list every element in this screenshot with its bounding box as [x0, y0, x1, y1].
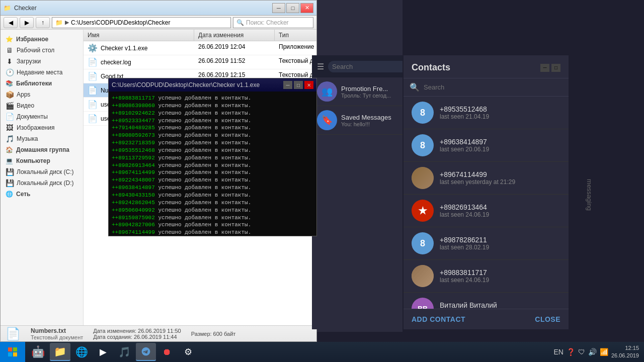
- contact-item[interactable]: BB Виталий Виталий last seen 11.01.19: [404, 293, 569, 309]
- sidebar-label-d: Локальный диск (D:): [17, 179, 74, 187]
- contact-info: +89674114499 last seen yesterday at 21:2…: [440, 170, 560, 186]
- forward-button[interactable]: ▶: [20, 17, 34, 28]
- systray-lang[interactable]: EN: [553, 348, 563, 356]
- sidebar-label-c: Локальный диск (C:): [17, 168, 74, 175]
- taskbar: 🤖 📁 🌐 ▶ 🎵 ⏺ ⚙ EN ❓ 🛡 🔊 📶 12:15 26.06.201…: [0, 342, 644, 362]
- sidebar-item-apps[interactable]: 📦 Apps: [1, 89, 83, 100]
- log-icon: 📄: [88, 57, 98, 67]
- contact-phone: +89878286211: [440, 236, 560, 244]
- contact-item[interactable]: 8 +89878286211 last seen 28.02.19: [404, 227, 569, 260]
- favorites-header[interactable]: ⭐ Избранное: [1, 34, 83, 45]
- table-row[interactable]: ⚙️ Checker v1.1.exe 26.06.2019 12:04 При…: [84, 41, 316, 55]
- contact-item[interactable]: 8 +89535512468 last seen 21.04.19: [404, 97, 569, 129]
- cmd-close[interactable]: ✕: [304, 81, 313, 89]
- sidebar-item-c[interactable]: 💾 Локальный диск (C:): [1, 166, 83, 177]
- desktop-icon: 🖥: [6, 46, 14, 54]
- contact-item[interactable]: +89883811717 last seen 24.06.19: [404, 260, 569, 293]
- cmd-line: ++89883811717 успешно добавлен в контакт…: [112, 95, 313, 102]
- col-date: Дата изменения: [194, 30, 275, 41]
- contact-name: Виталий Виталий: [440, 301, 560, 309]
- systray-network[interactable]: 📶: [600, 348, 608, 356]
- sidebar-item-desktop[interactable]: 🖥 Рабочий стол: [1, 45, 83, 56]
- sidebar-item-downloads[interactable]: ⬇ Загрузки: [1, 56, 83, 67]
- systray-security[interactable]: 🛡: [578, 348, 585, 356]
- tg-chat-item-saved[interactable]: 🔖 Saved Messages You: hello!!!: [312, 106, 410, 135]
- sidebar-item-docs[interactable]: 📄 Документы: [1, 111, 83, 122]
- up-button[interactable]: ↑: [36, 17, 50, 28]
- taskbar-apps: 🤖 📁 🌐 ▶ 🎵 ⏺ ⚙: [25, 342, 200, 362]
- contact-info: +89883811717 last seen 24.06.19: [440, 268, 560, 284]
- cmd-line: ++89506040992 успешно добавлен в контакт…: [112, 207, 313, 214]
- network-icon: 🌐: [6, 191, 13, 198]
- add-contact-button[interactable]: ADD CONTACT: [412, 315, 465, 323]
- address-text: ▶: [65, 19, 69, 26]
- back-button[interactable]: ◀: [4, 17, 18, 28]
- taskbar-app-settings[interactable]: ⚙: [178, 343, 198, 361]
- libraries-header[interactable]: 📚 Библиотеки: [1, 78, 83, 89]
- status-info: Numbers.txt Текстовый документ: [31, 327, 83, 340]
- computer-header[interactable]: 💻 Компьютер: [1, 155, 83, 166]
- svg-rect-0: [8, 347, 12, 351]
- taskbar-app-nox[interactable]: 🤖: [27, 343, 49, 361]
- contacts-search-input[interactable]: [424, 83, 562, 91]
- sidebar-label-docs: Документы: [17, 113, 48, 120]
- contacts-minimize[interactable]: ─: [540, 64, 549, 72]
- network-header[interactable]: 🌐 Сеть: [1, 189, 83, 200]
- explorer-toolbar: ◀ ▶ ↑ 📁 ▶ C:\Users\CODPUD\Desktop\Checke…: [1, 16, 316, 30]
- sidebar-label-recent: Недавние места: [17, 69, 62, 76]
- computer-label: Компьютер: [16, 157, 50, 164]
- contact-item[interactable]: 8 +89638414897 last seen 20.06.19: [404, 129, 569, 162]
- cmd-line: ++89159875902 успешно добавлен в контакт…: [112, 214, 313, 222]
- cmd-title: C:\Users\CODPUD\Desktop\Checker\Checker …: [112, 81, 260, 88]
- contacts-footer: ADD CONTACT CLOSE: [404, 309, 569, 329]
- status-created: Дата создания: 26.06.2019 11:44: [93, 334, 181, 340]
- taskbar-app-record[interactable]: ⏺: [157, 343, 177, 361]
- contact-item[interactable]: ★ +89826913464 last seen 24.06.19: [404, 195, 569, 227]
- address-bar[interactable]: 📁 ▶ C:\Users\CODPUD\Desktop\Checker: [52, 17, 231, 28]
- sidebar-item-video[interactable]: 🎬 Видео: [1, 100, 83, 111]
- taskbar-systray: EN ❓ 🛡 🔊 📶 12:15 26.06.2019: [548, 344, 644, 360]
- file-name-cell: ⚙️ Checker v1.1.exe: [84, 41, 194, 55]
- downloads-icon: ⬇: [6, 57, 14, 65]
- maximize-button[interactable]: □: [286, 3, 299, 13]
- close-contacts-button[interactable]: CLOSE: [535, 315, 560, 323]
- tg-chat-info-promo: Promotion Fre... Тролль: Тут сегод...: [341, 85, 405, 99]
- taskbar-app-music[interactable]: 🎵: [114, 343, 135, 361]
- search-bar[interactable]: 🔍 Поиск: Checker: [233, 17, 313, 28]
- cmd-line: ++89674114499 успешно добавлен в контакт…: [112, 229, 313, 236]
- minimize-button[interactable]: ─: [272, 3, 285, 13]
- taskbar-app-explorer[interactable]: 📁: [50, 343, 70, 361]
- taskbar-app-telegram[interactable]: [136, 343, 156, 361]
- file-list-header: Имя Дата изменения Тип Размер: [84, 30, 316, 41]
- tg-chat-item-promo[interactable]: 👥 Promotion Fre... Тролль: Тут сегод...: [312, 77, 410, 106]
- txt-icon: 📄: [88, 100, 98, 109]
- cmd-minimize[interactable]: ─: [283, 81, 292, 89]
- systray-clock[interactable]: 12:15 26.06.2019: [611, 344, 639, 360]
- disk-d-icon: 💾: [6, 179, 14, 187]
- sidebar-item-music[interactable]: 🎵 Музыка: [1, 133, 83, 144]
- start-button[interactable]: [0, 342, 25, 362]
- sidebar-item-recent[interactable]: 🕐 Недавние места: [1, 67, 83, 78]
- contact-info: Виталий Виталий last seen 11.01.19: [440, 301, 560, 309]
- taskbar-app-media[interactable]: ▶: [93, 343, 113, 361]
- tg-header: ☰: [312, 55, 410, 77]
- sidebar-item-d[interactable]: 💾 Локальный диск (D:): [1, 177, 83, 189]
- contact-status: last seen 28.02.19: [440, 244, 560, 251]
- file-date: 26.06.2019 11:52: [194, 55, 275, 69]
- status-size: Размер: 600 байт: [191, 331, 236, 337]
- titlebar-controls: ─ □ ✕: [272, 3, 313, 13]
- contact-item[interactable]: +89674114499 last seen yesterday at 21:2…: [404, 162, 569, 195]
- close-button[interactable]: ✕: [300, 3, 313, 13]
- cmd-maximize[interactable]: □: [294, 81, 303, 89]
- systray-volume[interactable]: 🔊: [588, 348, 597, 356]
- sidebar-label-downloads: Загрузки: [17, 58, 41, 65]
- systray-help[interactable]: ❓: [567, 348, 575, 356]
- contacts-maximize[interactable]: □: [551, 64, 560, 72]
- table-row[interactable]: 📄 checker.log 26.06.2019 11:52 Текстовый…: [84, 55, 316, 69]
- homegroup-header[interactable]: 🏠 Домашняя группа: [1, 144, 83, 155]
- sidebar-item-images[interactable]: 🖼 Изображения: [1, 122, 83, 133]
- tg-search-input[interactable]: [328, 61, 410, 72]
- contact-list: 8 +89535512468 last seen 21.04.19 8 +896…: [404, 97, 569, 309]
- hamburger-icon[interactable]: ☰: [317, 62, 324, 71]
- taskbar-app-chrome[interactable]: 🌐: [71, 343, 92, 361]
